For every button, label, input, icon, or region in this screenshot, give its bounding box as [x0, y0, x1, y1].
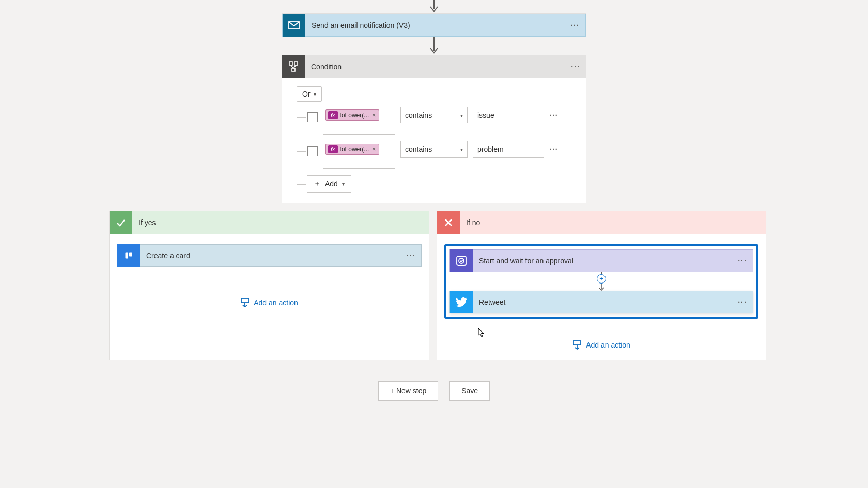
fx-icon: fx [328, 145, 338, 153]
condition-operator-select[interactable]: contains ▾ [400, 141, 468, 158]
svg-point-16 [459, 258, 464, 263]
value-text: issue [477, 111, 494, 119]
row-select-checkbox[interactable] [307, 112, 318, 122]
mail-icon [283, 14, 305, 37]
condition-add-button[interactable]: ＋ Add ▾ [307, 175, 351, 193]
step-title: Send an email notification (V3) [305, 21, 565, 29]
selected-action-group: Start and wait for an approval ··· + [444, 244, 758, 319]
value-text: problem [477, 145, 504, 153]
expression-token[interactable]: fx toLower(... × [326, 144, 379, 155]
action-menu-button[interactable]: ··· [732, 257, 753, 265]
action-create-card[interactable]: Create a card ··· [117, 244, 422, 267]
check-icon [110, 211, 132, 234]
twitter-icon [450, 291, 473, 313]
svg-line-7 [293, 65, 296, 68]
branch-if-no: If no Start and wait for an approval ··· [437, 211, 766, 360]
condition-left-operand[interactable]: fx toLower(... × [323, 107, 395, 135]
step-menu-button[interactable]: ··· [565, 21, 585, 29]
token-remove-icon[interactable]: × [371, 112, 377, 119]
branch-header[interactable]: If no [437, 211, 766, 234]
condition-operator-select[interactable]: contains ▾ [400, 107, 468, 123]
chevron-down-icon: ▾ [314, 91, 316, 97]
chevron-down-icon: ▾ [342, 181, 345, 187]
chevron-down-icon: ▾ [460, 147, 463, 152]
action-start-approval[interactable]: Start and wait for an approval ··· [450, 249, 753, 272]
svg-rect-11 [241, 298, 249, 303]
expression-label: toLower(... [340, 112, 369, 119]
expression-label: toLower(... [340, 146, 369, 153]
add-action-button[interactable]: Add an action [240, 298, 298, 307]
add-action-label: Add an action [586, 341, 630, 349]
new-step-label: + New step [390, 387, 426, 395]
row-menu-button[interactable]: ··· [549, 111, 559, 119]
approval-icon [450, 249, 473, 272]
condition-value-input[interactable]: issue [473, 107, 544, 123]
action-retweet[interactable]: Retweet ··· [450, 291, 753, 313]
row-menu-button[interactable]: ··· [549, 145, 559, 153]
new-step-button[interactable]: + New step [378, 381, 438, 401]
add-action-label: Add an action [254, 298, 298, 307]
operator-value: contains [405, 145, 432, 153]
token-remove-icon[interactable]: × [371, 146, 377, 153]
condition-row: fx toLower(... × contains ▾ issue ··· [307, 107, 571, 135]
svg-rect-18 [574, 341, 581, 345]
step-menu-button[interactable]: ··· [565, 62, 586, 71]
branch-title: If no [460, 218, 486, 227]
branch-title: If yes [132, 218, 162, 227]
svg-rect-3 [289, 62, 292, 65]
svg-rect-9 [126, 253, 129, 259]
save-button[interactable]: Save [450, 381, 490, 401]
chevron-down-icon: ▾ [460, 113, 463, 118]
operator-value: contains [405, 111, 432, 119]
step-condition[interactable]: Condition ··· Or ▾ fx toLower(... × [282, 55, 586, 203]
expression-token[interactable]: fx toLower(... × [326, 109, 379, 121]
fx-icon: fx [328, 111, 338, 119]
plus-icon: ＋ [314, 179, 321, 188]
branch-header[interactable]: If yes [110, 211, 429, 234]
branch-if-yes: If yes Create a card ··· [109, 211, 429, 360]
flow-connector-arrow [0, 0, 868, 13]
add-label: Add [325, 180, 338, 188]
step-title: Condition [305, 62, 565, 71]
svg-rect-10 [129, 253, 132, 257]
action-menu-button[interactable]: ··· [400, 251, 421, 260]
condition-row: fx toLower(... × contains ▾ problem ··· [307, 141, 571, 169]
insert-step-connector: + [450, 272, 753, 292]
add-action-button[interactable]: Add an action [572, 340, 630, 350]
action-title: Retweet [473, 298, 732, 306]
action-title: Start and wait for an approval [473, 257, 732, 265]
condition-logic-selector[interactable]: Or ▾ [297, 86, 322, 102]
svg-line-6 [291, 65, 293, 68]
svg-rect-15 [457, 256, 466, 265]
svg-rect-5 [292, 68, 295, 71]
condition-value-input[interactable]: problem [473, 141, 544, 158]
insert-step-button[interactable]: + [597, 274, 606, 284]
close-icon [437, 211, 460, 234]
condition-logic-label: Or [302, 90, 311, 98]
condition-icon [282, 55, 305, 78]
trello-icon [117, 244, 140, 267]
condition-left-operand[interactable]: fx toLower(... × [323, 141, 395, 169]
action-title: Create a card [140, 251, 400, 260]
svg-rect-4 [295, 62, 298, 65]
action-menu-button[interactable]: ··· [732, 298, 753, 306]
save-label: Save [461, 387, 478, 395]
flow-connector-arrow [0, 37, 868, 55]
step-send-email[interactable]: Send an email notification (V3) ··· [282, 13, 586, 37]
row-select-checkbox[interactable] [307, 146, 318, 156]
